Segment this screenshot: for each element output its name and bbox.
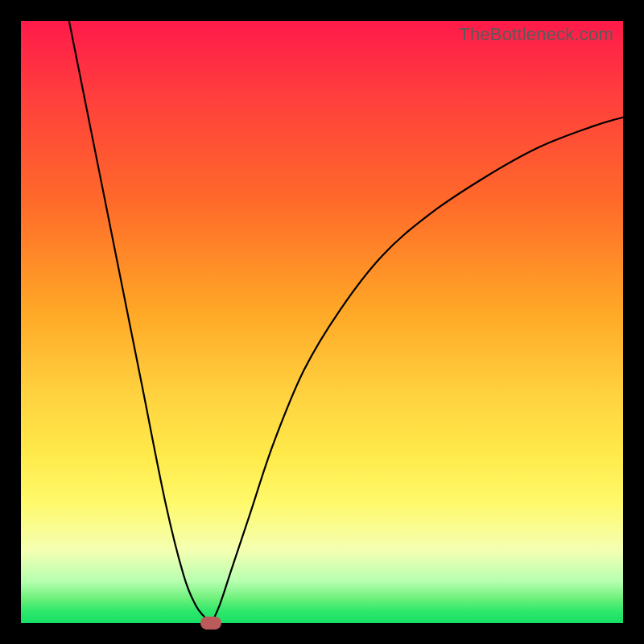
bottleneck-curve [21,21,623,623]
curve-path [69,21,623,624]
plot-area: TheBottleneck.com [21,21,623,623]
minimum-marker [200,617,221,630]
chart-frame: TheBottleneck.com [0,0,644,644]
